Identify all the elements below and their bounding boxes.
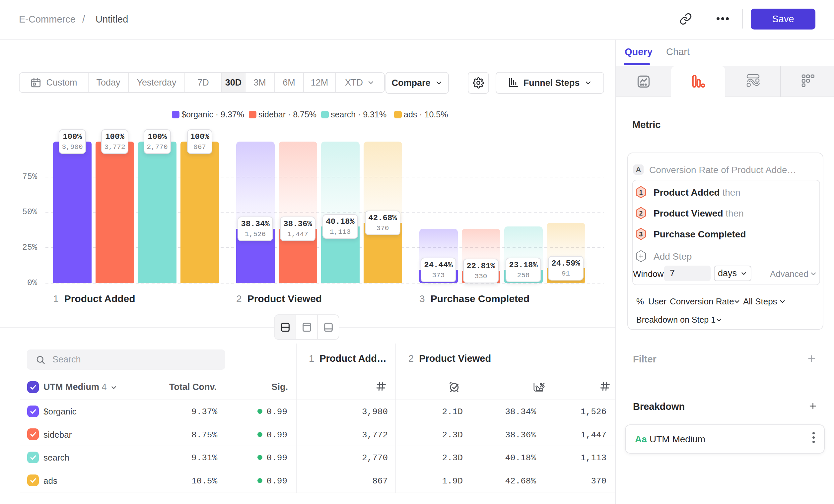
svg-text:2: 2 [639,210,643,217]
svg-text:1: 1 [639,189,643,196]
svg-text:3: 3 [639,230,643,238]
